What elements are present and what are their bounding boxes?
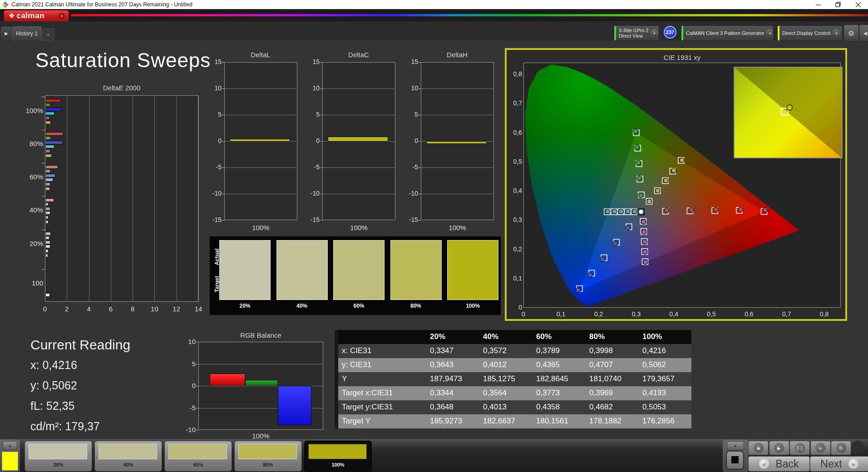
deltae-axis-tick <box>42 269 45 270</box>
table-row-label: y: CIE31 <box>342 360 371 369</box>
titlebar: Calman 2021 Calman Ultimate for Business… <box>0 0 868 9</box>
tab-history-1[interactable]: History 1 <box>12 26 41 40</box>
pattern-button-20%[interactable]: 20% <box>25 441 92 472</box>
rgb-balance-xlabel: 100% <box>198 432 323 440</box>
swatch-sample <box>390 240 442 300</box>
chevrons-right-icon: » <box>848 459 858 469</box>
rgb-balance-chart: RGB Balance 100% 1050-5-10 <box>182 331 331 442</box>
add-tab-button[interactable]: + <box>42 28 54 41</box>
delta-bar <box>230 139 290 142</box>
swatch-label: 40% <box>276 303 328 309</box>
collapse-up-button[interactable]: ▲ <box>3 441 17 450</box>
pattern-button-100%[interactable]: 100% <box>304 441 372 472</box>
deltae-bar-cyan <box>45 245 50 248</box>
cie-zoom-inset <box>734 67 843 158</box>
pattern-button-60%[interactable]: 60% <box>164 441 232 472</box>
inset-measured-marker <box>787 105 792 110</box>
collapse-up-button[interactable]: ▲ <box>727 441 744 450</box>
deltae-gridline <box>177 95 177 302</box>
refresh-button[interactable]: ↻ <box>831 441 851 455</box>
delta-ylabel: -15 <box>205 216 222 223</box>
table-row: Target x:CIE310,33440,35640,37730,39690,… <box>338 386 691 400</box>
deltae-ylabel: 80% <box>18 140 43 148</box>
delta-gridline <box>421 194 494 194</box>
rgb-bar-green <box>245 380 278 386</box>
deltae-bar-blue <box>45 207 50 211</box>
meter-dropdown[interactable]: X-Rite i1Pro 2Direct View ▼ <box>614 25 659 41</box>
deltae-bar-magenta <box>45 249 49 253</box>
swatch-sample <box>447 240 498 300</box>
collapse-toolbar-button[interactable]: ◀ <box>859 25 868 42</box>
deltae-bar-cyan <box>45 211 50 215</box>
table-row: y: CIE310,36430,40120,43650,47070,5062 <box>338 358 691 372</box>
next-button[interactable]: Next » <box>810 456 868 472</box>
back-button[interactable]: « Back <box>748 456 810 472</box>
cie-xlabel: 0,1 <box>554 310 568 318</box>
close-icon[interactable] <box>848 0 868 9</box>
cie-measured-marker-blue <box>613 241 617 246</box>
swatch-label: 20% <box>219 303 271 309</box>
measurement-table: 20%40%60%80%100%x: CIE310,33470,35720,37… <box>335 330 691 431</box>
tab-scroll-button[interactable]: ▶ <box>1 27 12 39</box>
rgb-axis-tick <box>196 430 198 430</box>
window-title: Calman 2021 Calman Ultimate for Business… <box>11 1 192 8</box>
table-cell: 0,3643 <box>430 360 454 369</box>
pattern-button-label: 100% <box>305 462 371 467</box>
deltae-bar-green <box>45 202 49 206</box>
deltae2000-plot <box>45 95 198 302</box>
cie-measured-marker-yellow <box>664 178 668 182</box>
deltae-gridline <box>198 95 199 302</box>
chevron-down-icon: ▼ <box>59 13 65 19</box>
rgb-ylabel: 5 <box>182 360 196 368</box>
minimize-button[interactable] <box>808 0 828 9</box>
table-header-cell: 80% <box>589 332 605 341</box>
swatch-label: 100% <box>447 303 498 309</box>
chevron-down-icon: ▼ <box>766 29 774 37</box>
delta-gridline <box>224 88 297 89</box>
play-button[interactable]: ▶ <box>769 441 789 455</box>
deltae-axis-tick <box>42 97 45 97</box>
pattern-generator-dropdown[interactable]: CalMAN Client 3 Pattern Generator ▼ <box>681 25 774 41</box>
table-cell: 185,1275 <box>483 374 515 384</box>
cie-xlabel: 0,2 <box>592 310 606 318</box>
cie-measured-marker-green <box>637 176 641 181</box>
pattern-button-80%[interactable]: 80% <box>234 441 302 472</box>
restore-button[interactable] <box>828 0 848 9</box>
table-cell: 185,9273 <box>430 417 462 426</box>
cie-xlabel: 0 <box>516 310 531 318</box>
deltae-xlabel: 4 <box>82 305 96 313</box>
cie-measured-marker-cyan <box>605 209 610 214</box>
delta-ylabel: -5 <box>303 163 320 171</box>
pattern-button-swatch <box>308 444 367 459</box>
delta-ylabel: 5 <box>303 111 320 118</box>
calman-logo-button[interactable]: ❖ calman ▼ <box>4 10 69 22</box>
cie-measured-marker-red <box>714 207 718 212</box>
table-row-label: Target y:CIE31 <box>342 403 393 412</box>
stop-icon: ■ <box>754 443 764 453</box>
delta-ylabel: 15 <box>402 58 418 65</box>
deltae-xlabel: 12 <box>170 305 183 313</box>
settings-button[interactable]: ⚙ <box>843 25 859 42</box>
delta-ylabel: -10 <box>402 190 418 197</box>
status-dot <box>851 441 865 454</box>
cie-ylabel: 0,3 <box>508 216 522 223</box>
pattern-button-40%[interactable]: 40% <box>94 441 162 472</box>
measure-button[interactable]: [··] <box>789 441 810 455</box>
cie-measured-marker-cyan <box>626 209 630 214</box>
delta-gridline <box>421 88 494 89</box>
cie-ylabel: 0,4 <box>508 187 522 194</box>
stop-button[interactable]: ■ <box>748 441 769 455</box>
cie-measured-marker-blue <box>587 273 592 277</box>
continuous-button[interactable]: ∞ <box>810 441 831 455</box>
cie-measured-marker-red <box>664 208 669 212</box>
delta-xlabel: 100% <box>224 224 297 231</box>
swatch-sample <box>333 240 385 300</box>
cie-xlabel: 0,5 <box>704 310 719 318</box>
delta-bar <box>426 141 487 144</box>
cie-ylabel: 0,6 <box>508 129 522 136</box>
table-cell: 0,4358 <box>536 403 560 412</box>
display-control-dropdown[interactable]: Direct Display Control ▼ <box>777 25 843 41</box>
window-size-button[interactable] <box>726 451 744 470</box>
deltae-xlabel: 6 <box>104 305 118 313</box>
meter-count-badge[interactable]: 237 <box>664 26 676 39</box>
